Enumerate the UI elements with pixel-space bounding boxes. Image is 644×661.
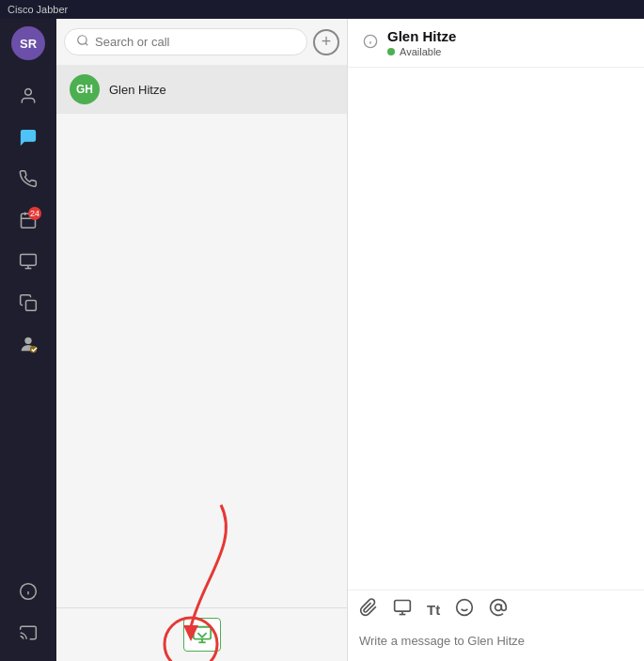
- search-icon: [76, 34, 89, 50]
- text-format-icon[interactable]: Tt: [427, 602, 440, 618]
- chat-contact-name: Glen Hitze: [387, 28, 629, 44]
- search-input-wrapper[interactable]: [64, 28, 307, 55]
- svg-point-31: [495, 605, 502, 611]
- message-input[interactable]: [359, 627, 633, 653]
- svg-line-16: [86, 43, 88, 46]
- svg-rect-25: [395, 601, 411, 612]
- chat-panel: Glen Hitze Available: [348, 19, 644, 661]
- chat-icon[interactable]: [11, 120, 45, 154]
- contact-name: Glen Hitze: [109, 83, 166, 97]
- screen-share-button[interactable]: [183, 618, 221, 652]
- contact-item[interactable]: GH Glen Hitze: [56, 65, 347, 114]
- avatar[interactable]: SR: [11, 26, 45, 60]
- search-bar: +: [56, 19, 347, 65]
- attachment-icon[interactable]: [359, 598, 378, 622]
- toolbar-icons: Tt: [359, 598, 633, 622]
- chat-footer: Tt: [348, 590, 644, 661]
- status-row: Available: [387, 46, 629, 57]
- svg-rect-8: [26, 301, 37, 311]
- info-button[interactable]: [363, 34, 378, 53]
- title-bar: Cisco Jabber: [0, 0, 644, 19]
- svg-point-9: [24, 338, 31, 344]
- mention-icon[interactable]: [489, 598, 508, 622]
- search-input[interactable]: [95, 35, 295, 49]
- contact-panel: + GH Glen Hitze: [56, 19, 348, 661]
- main-container: SR 24: [0, 19, 644, 661]
- svg-point-0: [25, 89, 32, 96]
- contact-avatar: GH: [70, 74, 100, 104]
- voicemail-icon[interactable]: [11, 244, 45, 278]
- app-title: Cisco Jabber: [8, 4, 68, 15]
- contact-list-empty-space: [56, 114, 347, 607]
- cast-icon[interactable]: [11, 616, 45, 650]
- sidebar: SR 24: [0, 19, 56, 661]
- add-contact-button[interactable]: +: [313, 29, 339, 55]
- phone-icon[interactable]: [11, 162, 45, 196]
- bottom-action-area: [56, 607, 347, 661]
- screen-share-toolbar-icon[interactable]: [393, 598, 412, 622]
- chat-header: Glen Hitze Available: [348, 19, 644, 68]
- contacts-icon[interactable]: [11, 79, 45, 113]
- chat-header-info: Glen Hitze Available: [387, 28, 629, 57]
- chat-body: [348, 68, 644, 590]
- svg-point-15: [78, 36, 86, 44]
- calendar-icon[interactable]: 24: [11, 203, 45, 237]
- custom-icon[interactable]: [11, 327, 45, 361]
- copy-icon[interactable]: [11, 286, 45, 320]
- calendar-badge: 24: [28, 207, 41, 220]
- svg-rect-5: [21, 255, 37, 266]
- emoji-icon[interactable]: [455, 598, 474, 622]
- status-text: Available: [400, 46, 441, 57]
- info-icon[interactable]: [11, 574, 45, 608]
- svg-point-28: [457, 600, 473, 616]
- status-dot: [387, 48, 395, 55]
